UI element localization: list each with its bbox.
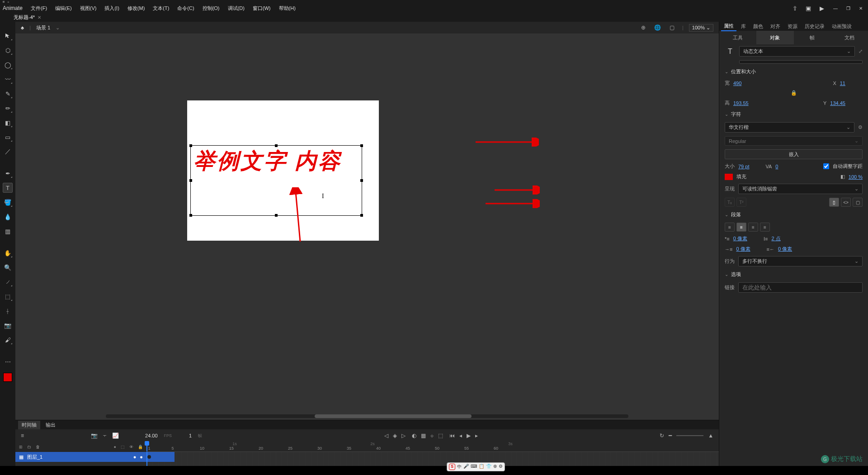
line-tool[interactable]: ／: [3, 147, 13, 157]
align-left-button[interactable]: ≡: [725, 223, 735, 232]
align-center-button[interactable]: ≡: [736, 223, 746, 232]
render-select[interactable]: 可读性消除锯齿: [738, 184, 863, 194]
menu-commands[interactable]: 命令(C): [174, 5, 198, 12]
delete-layer-icon[interactable]: 🗑: [36, 445, 40, 449]
text-content[interactable]: 举例文字 内容: [191, 146, 362, 176]
space-after-value[interactable]: 0 像素: [778, 246, 792, 252]
hand-tool[interactable]: ✋: [3, 248, 13, 258]
menu-control[interactable]: 控制(O): [199, 5, 223, 12]
scene-label[interactable]: 场景 1: [36, 24, 50, 31]
border-button[interactable]: ▢: [853, 198, 863, 207]
fill-color-picker[interactable]: [725, 174, 733, 180]
tab-anim-preset[interactable]: 动画预设: [829, 22, 854, 31]
prev-kf-icon[interactable]: ◁: [384, 432, 388, 439]
fill-opacity-value[interactable]: 100 %: [849, 174, 863, 180]
scene-dropdown-icon[interactable]: ⌄: [56, 25, 60, 31]
share-icon[interactable]: ⇧: [788, 5, 801, 12]
link-wh-icon[interactable]: 🔒: [791, 90, 797, 96]
document-tab[interactable]: 无标题-4*: [14, 14, 35, 21]
horizontal-scrollbar[interactable]: [106, 414, 628, 418]
menu-text[interactable]: 文本(T): [149, 5, 173, 12]
loop-icon[interactable]: ↻: [660, 432, 664, 439]
layers-icon[interactable]: ≡: [21, 432, 24, 439]
eraser-tool[interactable]: ◧: [3, 118, 13, 128]
close-button[interactable]: ✕: [854, 5, 867, 11]
paint-bucket-tool[interactable]: 🪣: [3, 197, 13, 207]
tab-properties[interactable]: 属性: [721, 22, 736, 31]
play-button[interactable]: ▶: [467, 432, 471, 439]
outline-icon[interactable]: ⬚: [121, 445, 125, 449]
asset-warp-tool[interactable]: ⬚: [3, 291, 13, 301]
embed-button[interactable]: 嵌入: [725, 149, 863, 159]
text-frame[interactable]: 举例文字 内容: [191, 146, 362, 215]
font-style-select[interactable]: Regular: [725, 136, 863, 146]
timeline-zoom-out-icon[interactable]: ━: [669, 432, 672, 439]
frame-value[interactable]: 1: [189, 433, 192, 438]
zoom-select[interactable]: 100% ⌄: [689, 24, 713, 32]
leading-value[interactable]: 2 点: [771, 235, 780, 242]
timeline-ruler[interactable]: 1 5 10 15 20 25 30 35 40 45 50 55 60 1s …: [146, 442, 719, 452]
close-tab-icon[interactable]: ✕: [38, 15, 41, 20]
menu-view[interactable]: 视图(V): [76, 5, 100, 12]
subtab-document[interactable]: 文档: [831, 31, 868, 44]
new-layer-icon[interactable]: ⊞: [19, 445, 23, 449]
align-justify-button[interactable]: ≡: [760, 223, 770, 232]
menu-edit[interactable]: 编辑(E): [52, 5, 75, 12]
tab-color[interactable]: 颜色: [750, 22, 766, 31]
scene-icon[interactable]: ♣: [21, 25, 24, 30]
instance-name-input[interactable]: [739, 60, 863, 64]
section-paragraph[interactable]: 段落: [719, 209, 868, 221]
behavior-select[interactable]: 多行不换行: [738, 256, 863, 266]
edit-toolbar-icon[interactable]: ⋯: [3, 356, 13, 366]
maximize-button[interactable]: ❐: [842, 5, 854, 11]
ime-badge[interactable]: S 中 🎤⌨📋👕⊕⚙: [447, 462, 505, 471]
height-value[interactable]: 193.55: [733, 100, 749, 106]
zoom-tool[interactable]: 🔍: [3, 262, 13, 272]
fill-color-swatch[interactable]: [3, 373, 12, 382]
indent-value[interactable]: 0 像素: [733, 235, 747, 242]
remove-tween-icon[interactable]: ⬚: [438, 432, 443, 439]
menu-debug[interactable]: 调试(D): [224, 5, 248, 12]
minimize-button[interactable]: —: [829, 5, 842, 11]
next-kf-icon[interactable]: ▷: [401, 432, 406, 439]
superscript-button[interactable]: T²: [736, 198, 746, 207]
camera-toggle-icon[interactable]: 📷: [91, 432, 98, 439]
tab-library[interactable]: 库: [738, 22, 749, 31]
taskbar[interactable]: [0, 466, 868, 475]
section-character[interactable]: 字符: [719, 108, 868, 120]
space-before-value[interactable]: 0 像素: [736, 246, 750, 252]
onion-icon[interactable]: ◐: [412, 432, 416, 439]
lock-icon[interactable]: 🔒: [138, 445, 143, 449]
layout-icon[interactable]: ▣: [802, 5, 815, 12]
new-folder-icon[interactable]: 🗀: [27, 445, 31, 449]
y-value[interactable]: 134.45: [830, 100, 845, 106]
section-options[interactable]: 选项: [719, 268, 868, 280]
highlight-icon[interactable]: ●: [114, 445, 116, 449]
insert-kf-icon[interactable]: ◈: [393, 432, 397, 439]
timeline-zoom-in-icon[interactable]: ▲: [708, 432, 713, 439]
paint-brush-tool[interactable]: 🖌: [3, 335, 13, 345]
auto-kern-checkbox[interactable]: [823, 163, 829, 169]
camera-tool[interactable]: 📷: [3, 320, 13, 330]
selectable-button[interactable]: ▯: [829, 198, 839, 207]
tab-history[interactable]: 历史记录: [802, 22, 827, 31]
width-tool[interactable]: ⟊: [3, 306, 13, 316]
menu-insert[interactable]: 插入(I): [101, 5, 123, 12]
clip-icon[interactable]: ▢: [668, 24, 677, 31]
selection-tool[interactable]: [3, 31, 13, 41]
font-settings-icon[interactable]: ⚙: [858, 124, 863, 130]
subtab-frame[interactable]: 帧: [794, 31, 831, 44]
fps-value[interactable]: 24.00: [145, 433, 158, 438]
edit-multi-icon[interactable]: ▦: [421, 432, 426, 439]
subscript-button[interactable]: T₂: [725, 198, 735, 207]
menu-modify[interactable]: 修改(M): [124, 5, 149, 12]
rotate-stage-icon[interactable]: 🌐: [653, 24, 662, 31]
tab-align[interactable]: 对齐: [768, 22, 783, 31]
tab-output[interactable]: 输出: [42, 421, 59, 429]
text-tool[interactable]: T: [3, 183, 13, 193]
tab-timeline[interactable]: 时间轴: [18, 421, 40, 429]
html-button[interactable]: <>: [841, 198, 851, 207]
font-family-select[interactable]: 华文行楷: [725, 122, 854, 133]
layer-name[interactable]: 图层_1: [27, 454, 42, 461]
menu-file[interactable]: 文件(F): [27, 5, 51, 12]
